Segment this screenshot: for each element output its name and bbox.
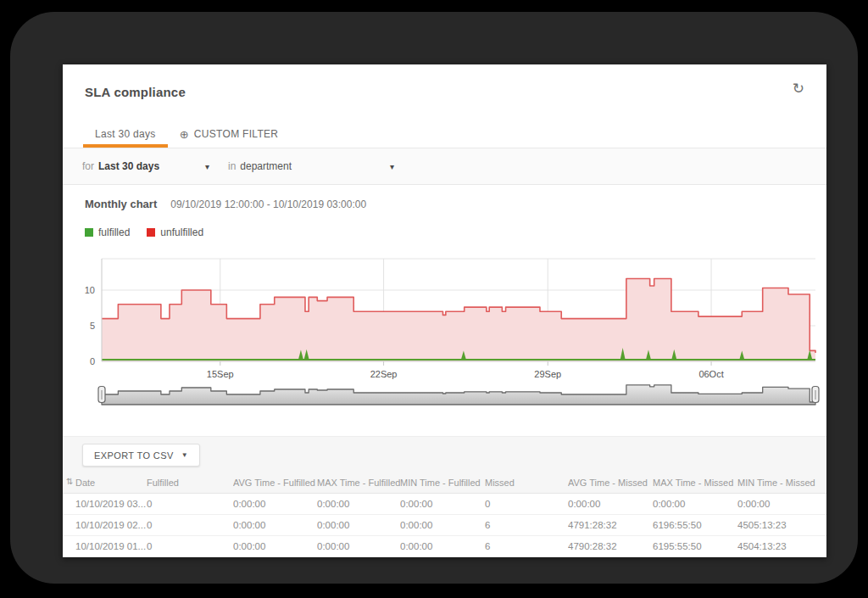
table-cell: 0:00:00 — [233, 499, 317, 509]
filter-bar: forLast 30 days ▾ indepartment ▾ — [63, 148, 826, 185]
table-cell: 0:00:00 — [317, 499, 400, 509]
table-cell: 0:00:00 — [568, 499, 653, 509]
table-cell: 0 — [485, 499, 568, 509]
table-row: 10/10/2019 03...00:00:000:00:000:00:0000… — [63, 494, 826, 515]
department-select-value: department — [240, 160, 292, 172]
legend-swatch-red — [147, 228, 155, 237]
svg-text:5: 5 — [90, 321, 95, 331]
period-select-value: Last 30 days — [98, 160, 159, 172]
period-select-label: for — [82, 160, 94, 172]
table-toolbar: EXPORT TO CSV ▼ ⇅ DateFulfilledAVG Time … — [63, 436, 826, 494]
tab-bar: Last 30 days ⊕ CUSTOM FILTER — [63, 120, 826, 148]
window-frame: SLA compliance ↻ Last 30 days ⊕ CUSTOM F… — [10, 12, 858, 584]
table-cell: 0:00:00 — [400, 520, 485, 530]
table-cell: 10/10/2019 02... — [75, 520, 147, 530]
chevron-down-icon: ▾ — [205, 162, 209, 171]
table-header-cell[interactable]: MAX Time - Missed — [653, 478, 737, 488]
export-to-csv-button[interactable]: EXPORT TO CSV ▼ — [82, 444, 200, 467]
legend-item-fulfilled: fulfilled — [85, 226, 130, 238]
table-cell: 0:00:00 — [653, 499, 737, 509]
tab-label: CUSTOM FILTER — [194, 128, 278, 140]
svg-text:10: 10 — [85, 285, 95, 295]
department-select-label: in — [228, 160, 236, 172]
table-header-cell[interactable]: AVG Time - Missed — [568, 478, 653, 488]
svg-text:0: 0 — [90, 356, 95, 366]
table-cell: 4791:28:32 — [568, 520, 653, 530]
table-cell: 4790:28:32 — [568, 541, 653, 551]
range-navigator[interactable] — [102, 385, 815, 405]
chart-legend: fulfilled unfulfilled — [85, 226, 203, 238]
table-body: 10/10/2019 03...00:00:000:00:000:00:0000… — [63, 494, 826, 557]
department-select[interactable]: indepartment ▾ — [228, 160, 394, 172]
table-cell: 0:00:00 — [737, 499, 826, 509]
table-cell: 10/10/2019 01... — [75, 541, 147, 551]
legend-label: fulfilled — [98, 226, 130, 238]
svg-text:29Sep: 29Sep — [534, 369, 561, 379]
table-cell: 0 — [147, 541, 233, 551]
table-header-cell[interactable]: Missed — [485, 478, 568, 488]
chart-title: Monthly chart — [85, 198, 157, 210]
table-cell: 4505:13:23 — [737, 520, 826, 530]
table-cell: 4504:13:23 — [737, 541, 826, 551]
table-cell: 0 — [147, 499, 233, 509]
chart-heading: Monthly chart 09/10/2019 12:00:00 - 10/1… — [85, 198, 366, 210]
table-header-row: ⇅ DateFulfilledAVG Time - FulfilledMAX T… — [63, 472, 826, 494]
tab-label: Last 30 days — [95, 128, 156, 140]
table-cell: 10/10/2019 03... — [75, 499, 147, 509]
circle-plus-icon: ⊕ — [180, 128, 189, 141]
table-cell: 6195:55:50 — [653, 541, 737, 551]
sort-icon[interactable]: ⇅ — [66, 478, 73, 486]
table-header-cell[interactable]: Date — [75, 478, 147, 488]
legend-swatch-green — [85, 228, 93, 237]
table-cell: 0 — [147, 520, 233, 530]
table-cell: 0:00:00 — [317, 541, 400, 551]
svg-text:06Oct: 06Oct — [698, 369, 723, 379]
table-cell: 0:00:00 — [233, 541, 317, 551]
table-cell: 6 — [485, 520, 568, 530]
table-row: 10/10/2019 01...00:00:000:00:000:00:0064… — [63, 536, 826, 557]
caret-down-icon: ▼ — [181, 451, 188, 459]
table-header-cell[interactable]: Fulfilled — [147, 478, 233, 488]
table-cell: 0:00:00 — [400, 499, 485, 509]
table-header-cell[interactable]: AVG Time - Fulfilled — [233, 478, 317, 488]
table-cell: 0:00:00 — [400, 541, 485, 551]
table-header-cell[interactable]: MIN Time - Fulfilled — [400, 478, 485, 488]
period-select[interactable]: forLast 30 days ▾ — [82, 160, 209, 172]
table-section: EXPORT TO CSV ▼ ⇅ DateFulfilledAVG Time … — [63, 436, 826, 557]
table-cell: 0:00:00 — [233, 520, 317, 530]
svg-text:15Sep: 15Sep — [207, 369, 234, 379]
sla-compliance-card: SLA compliance ↻ Last 30 days ⊕ CUSTOM F… — [63, 64, 826, 557]
table-cell: 6196:55:50 — [653, 520, 737, 530]
export-button-label: EXPORT TO CSV — [94, 450, 174, 461]
tab-custom-filter[interactable]: ⊕ CUSTOM FILTER — [168, 120, 291, 148]
svg-text:22Sep: 22Sep — [370, 369, 398, 379]
legend-label: unfulfilled — [160, 226, 203, 238]
chart-date-range: 09/10/2019 12:00:00 - 10/10/2019 03:00:0… — [170, 198, 366, 210]
tab-last-30-days[interactable]: Last 30 days — [83, 120, 168, 148]
table-cell: 0:00:00 — [317, 520, 400, 530]
page-title: SLA compliance — [85, 85, 186, 99]
table-row: 10/10/2019 02...00:00:000:00:000:00:0064… — [63, 515, 826, 536]
table-header-cell[interactable]: MIN Time - Missed — [737, 478, 826, 488]
refresh-icon[interactable]: ↻ — [793, 81, 804, 96]
table-header-cell[interactable]: MAX Time - Fulfilled — [317, 478, 400, 488]
legend-item-unfulfilled: unfulfilled — [147, 226, 203, 238]
sla-area-chart[interactable]: 051015Sep22Sep29Sep06Oct — [63, 251, 826, 421]
table-cell: 6 — [485, 541, 568, 551]
chevron-down-icon: ▾ — [390, 162, 394, 171]
